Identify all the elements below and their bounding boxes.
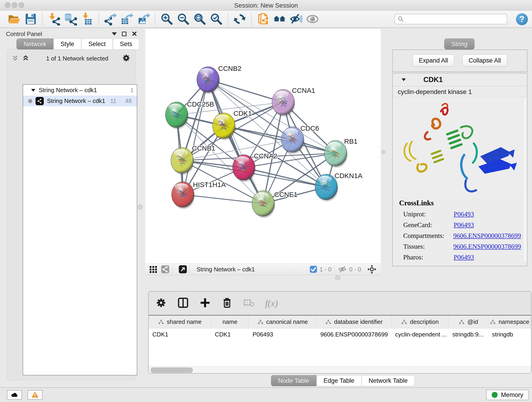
memory-button[interactable]: Memory — [486, 390, 529, 400]
export-network-icon[interactable] — [102, 12, 119, 26]
node-label: CCNA1 — [292, 87, 315, 94]
protein-structure-image — [393, 98, 523, 198]
table-cell[interactable]: stringdb — [488, 328, 531, 340]
crosslink-link[interactable]: P06493 — [454, 254, 474, 261]
save-session-icon[interactable] — [22, 12, 39, 26]
column-header-@id[interactable]: @id — [449, 316, 488, 328]
crosslink-link[interactable]: 9606.ENSP00000378699 — [453, 232, 521, 240]
export-table-icon[interactable] — [119, 12, 135, 26]
tab-string[interactable]: String — [444, 38, 475, 50]
column-header-canonical-name[interactable]: canonical name — [249, 316, 317, 328]
columns-icon[interactable] — [177, 297, 189, 310]
memory-status-icon — [492, 392, 498, 398]
splitter-handle[interactable] — [381, 150, 385, 154]
table-cell[interactable]: CDK1 — [211, 328, 249, 340]
import-table-icon[interactable] — [79, 12, 95, 26]
collection-count: 1 — [130, 87, 133, 94]
column-header-database-identifier[interactable]: database identifier — [317, 316, 392, 328]
table-options-gear-icon[interactable] — [155, 297, 167, 310]
export-image-icon[interactable] — [135, 12, 152, 26]
collection-expand-icon[interactable] — [31, 88, 36, 93]
collapse-all-button[interactable]: Collapse All — [462, 55, 507, 66]
cloud-status-button[interactable] — [7, 390, 22, 400]
zoom-fit-icon[interactable] — [191, 12, 208, 26]
crosslinks-heading: CrossLinks — [399, 199, 521, 207]
homes-icon[interactable] — [271, 12, 288, 26]
network-node[interactable]: CDKN1A — [315, 172, 362, 202]
network-view[interactable]: CCNB2 CCNA1 CDC25B CDK1 CDC6 — [145, 29, 381, 264]
search-box[interactable] — [394, 14, 507, 24]
selected-checkbox-icon[interactable] — [310, 265, 317, 273]
node-label: CCNA2 — [254, 152, 277, 160]
network-node[interactable]: CCNE1 — [252, 191, 298, 218]
namespace-icon — [490, 319, 496, 325]
open-file-icon[interactable] — [6, 12, 22, 26]
section-collapse-icon[interactable] — [401, 77, 406, 83]
crosslink-link[interactable]: 9606.ENSP00000378699 — [453, 243, 521, 250]
import-network-icon[interactable] — [46, 12, 62, 26]
crosslink-link[interactable]: P06493 — [454, 221, 474, 229]
node-label: HIST1H1A — [193, 181, 226, 188]
network-collection-row[interactable]: String Network – cdk1 1 — [23, 85, 137, 96]
hide-eye-icon[interactable] — [288, 12, 304, 26]
zoom-out-icon[interactable] — [175, 12, 191, 26]
import-network-database-icon[interactable] — [62, 12, 79, 26]
collection-label: String Network – cdk1 — [39, 87, 97, 94]
edge-count: 48 — [125, 97, 132, 104]
scrollbar-thumb[interactable] — [151, 367, 193, 373]
refresh-icon[interactable] — [231, 12, 248, 26]
expand-all-button[interactable]: Expand All — [413, 55, 454, 66]
control-panel-body: 1 of 1 Network selected String Network –… — [7, 49, 136, 380]
tab-network[interactable]: Network — [17, 38, 53, 50]
control-panel: 1 of 1 Network selected String Network –… — [2, 29, 136, 380]
column-header-namespace[interactable]: namespace — [488, 316, 531, 328]
birdseye-view-icon[interactable] — [367, 264, 377, 274]
collapse-all-networks-icon[interactable] — [12, 55, 19, 62]
tab-edge-table[interactable]: Edge Table — [317, 375, 361, 386]
results-scrollbar[interactable] — [523, 98, 527, 262]
tab-network-table[interactable]: Network Table — [361, 375, 415, 386]
network-title: String Network – cdk1 — [196, 266, 255, 273]
delete-column-icon[interactable] — [221, 297, 233, 310]
share-file-icon[interactable] — [255, 12, 271, 26]
grid-view-icon[interactable] — [149, 265, 158, 274]
window-title: Session: New Session — [0, 2, 532, 9]
table-row[interactable]: CDK1CDK1P064939606.ENSP00000378699cyclin… — [149, 328, 531, 340]
zoom-in-icon[interactable] — [158, 12, 175, 26]
network-node[interactable]: RB1 — [324, 138, 357, 168]
table-cell[interactable]: cyclin-dependent ... — [392, 328, 449, 340]
tab-select[interactable]: Select — [81, 38, 113, 50]
network-node[interactable]: CDK1 — [213, 109, 252, 140]
search-input[interactable] — [404, 14, 507, 24]
network-row-selected[interactable]: String Network – cdk1 11 48 — [23, 96, 137, 106]
table-cell[interactable]: 9606.ENSP00000378699 — [317, 328, 392, 340]
add-column-icon[interactable] — [199, 297, 211, 310]
table-cell[interactable]: stringdb:9... — [449, 328, 488, 340]
column-header-shared-name[interactable]: shared name — [149, 316, 211, 328]
table-cell[interactable]: P06493 — [249, 328, 317, 340]
tab-sets[interactable]: Sets — [113, 38, 139, 50]
table-cell[interactable]: CDK1 — [149, 328, 211, 340]
column-header-description[interactable]: description — [392, 316, 449, 328]
zoom-selected-icon[interactable] — [208, 12, 225, 26]
splitter-handle[interactable] — [138, 204, 143, 210]
column-header-name[interactable]: name — [211, 316, 249, 328]
network-edge[interactable] — [183, 195, 263, 204]
help-icon[interactable]: ? — [516, 13, 528, 25]
tab-style[interactable]: Style — [53, 38, 81, 50]
tab-node-table[interactable]: Node Table — [271, 375, 317, 386]
expand-all-networks-icon[interactable] — [22, 55, 29, 62]
network-options-gear-icon[interactable] — [122, 53, 131, 64]
string-style-icon[interactable] — [161, 265, 170, 274]
column-label: shared name — [167, 318, 202, 325]
open-in-browser-icon[interactable] — [178, 265, 187, 274]
crosslink-label: GeneCard: — [403, 221, 454, 229]
gene-section-header[interactable]: CDK1 — [393, 73, 527, 86]
warnings-button[interactable] — [27, 390, 43, 400]
network-node[interactable]: HIST1H1A — [172, 181, 226, 209]
gray-eye-icon[interactable] — [304, 12, 321, 26]
crosslink-link[interactable]: P06493 — [454, 211, 474, 218]
splitter-handle[interactable] — [335, 275, 340, 281]
table-horizontal-scrollbar[interactable] — [149, 366, 531, 374]
network-node[interactable]: CDC6 — [281, 124, 319, 154]
